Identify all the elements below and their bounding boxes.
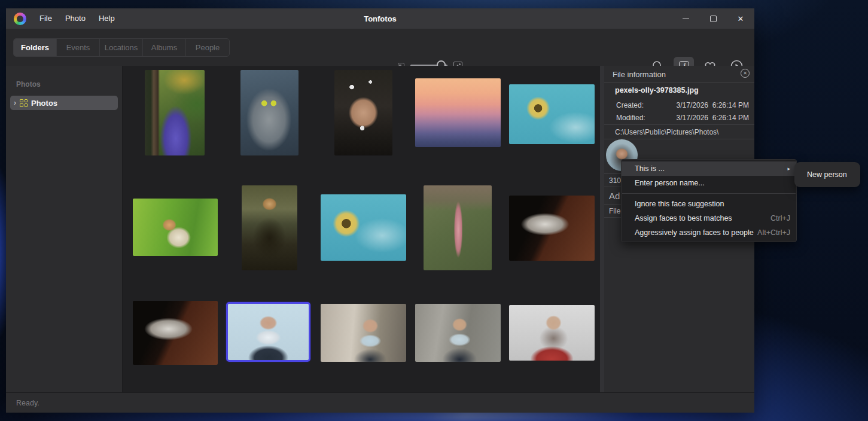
photo-thumb-white-scarf-selected[interactable] [226, 302, 310, 362]
minimize-button[interactable] [672, 8, 699, 29]
window-controls: ✕ [672, 8, 754, 29]
shortcut-ctrl-j: Ctrl+J [770, 214, 790, 222]
this-is-submenu: New person [794, 162, 860, 187]
menu-help[interactable]: Help [92, 8, 121, 29]
close-button[interactable]: ✕ [727, 8, 754, 29]
menu-item-assign-best-matches[interactable]: Assign faces to best matches Ctrl+J [622, 211, 796, 225]
photo-thumb-gray-cat[interactable] [240, 70, 299, 155]
created-row: Created: 3/17/2026 6:26:14 PM [604, 99, 754, 111]
grid-scrollbar[interactable] [600, 66, 604, 392]
modified-time: 6:26:14 PM [708, 114, 754, 122]
photo-thumb-purple-dress[interactable] [145, 70, 205, 155]
folders-sidebar: Photos › Photos [6, 66, 123, 392]
panel-close-button[interactable]: ✕ [741, 69, 750, 78]
created-time: 6:26:14 PM [708, 101, 754, 109]
view-tabs: Folders Events Locations Albums People [13, 38, 230, 57]
modified-row: Modified: 3/17/2026 6:26:14 PM [604, 111, 754, 124]
chevron-right-icon[interactable]: › [14, 99, 16, 106]
status-text: Ready. [6, 399, 39, 407]
photo-thumb-rock-mist-1[interactable] [509, 196, 595, 261]
circled-x-icon: ✕ [743, 71, 747, 76]
tab-folders[interactable]: Folders [14, 39, 57, 56]
photo-thumb-yellow-flower-1[interactable] [509, 84, 595, 144]
sidebar-section-header: Photos [6, 66, 122, 89]
created-date: 3/17/2026 [659, 101, 708, 109]
modified-label: Modified: [604, 114, 659, 122]
tab-events[interactable]: Events [57, 39, 100, 56]
menu-item-aggressively-assign[interactable]: Aggressively assign faces to people Alt+… [622, 225, 796, 240]
face-context-menu: This is ... ▸ Enter person name... Ignor… [621, 159, 797, 242]
photo-thumb-street-scarf[interactable] [321, 304, 406, 362]
sidebar-item-photos[interactable]: › Photos [10, 96, 118, 110]
photo-thumb-rock-mist-2[interactable] [133, 301, 218, 365]
photo-thumb-sunset-mountains[interactable] [415, 78, 501, 147]
modified-date: 3/17/2026 [659, 114, 708, 122]
menu-item-new-person[interactable]: New person [794, 170, 847, 179]
close-icon: ✕ [738, 15, 744, 23]
toolbar: Folders Events Locations Albums People i [6, 29, 754, 66]
status-bar: Ready. [6, 392, 754, 413]
file-path-text: C:\Users\Public\Pictures\Photos\ [604, 124, 754, 139]
submenu-arrow-icon: ▸ [787, 166, 790, 172]
titlebar: File Photo Help Tonfotos ✕ [6, 8, 754, 29]
menu-item-ignore-face[interactable]: Ignore this face suggestion [622, 197, 796, 211]
minimize-icon [683, 19, 689, 19]
tab-albums[interactable]: Albums [143, 39, 186, 56]
maximize-icon [710, 16, 717, 22]
menu-file[interactable]: File [33, 8, 59, 29]
folder-grid-icon [20, 99, 28, 107]
photo-thumb-yellow-flower-2[interactable] [321, 194, 406, 261]
photo-thumb-red-sweater[interactable] [509, 305, 595, 361]
tab-people[interactable]: People [186, 39, 229, 56]
photo-thumb-street-smile[interactable] [415, 304, 501, 362]
menu-item-enter-person-name[interactable]: Enter person name... [622, 176, 796, 190]
maximize-button[interactable] [699, 8, 727, 29]
menu-photo[interactable]: Photo [59, 8, 92, 29]
panel-title: File information [604, 67, 754, 83]
sidebar-item-label: Photos [31, 99, 57, 108]
tonfotos-logo-icon [14, 13, 26, 25]
filename-text: pexels-olly-3978385.jpg [604, 83, 754, 98]
menu-separator [622, 193, 796, 194]
photo-grid [123, 66, 604, 392]
photo-thumb-snow-beanie[interactable] [334, 70, 392, 155]
created-label: Created: [604, 101, 659, 109]
photo-thumb-pink-flower-spike[interactable] [424, 185, 492, 270]
shortcut-alt-ctrl-j: Alt+Ctrl+J [757, 228, 790, 237]
menu-item-this-is[interactable]: This is ... ▸ [622, 161, 796, 176]
photo-thumb-mona-lisa[interactable] [242, 185, 297, 270]
tab-locations[interactable]: Locations [100, 39, 143, 56]
photo-thumb-butterfly-dandelion[interactable] [133, 199, 218, 256]
